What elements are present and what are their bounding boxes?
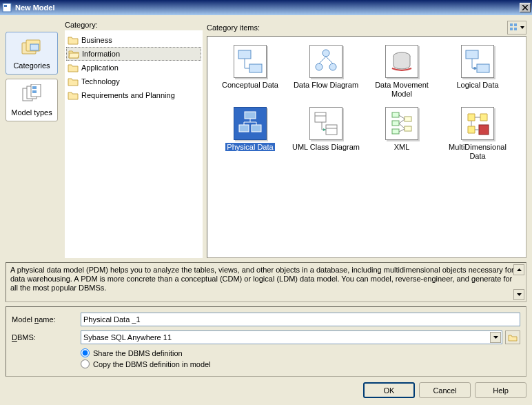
svg-rect-15 xyxy=(514,28,517,30)
dbms-dropdown-button[interactable] xyxy=(490,332,501,343)
dbms-label: DBMS: xyxy=(12,333,81,342)
svg-rect-36 xyxy=(405,126,411,131)
svg-rect-17 xyxy=(249,64,262,72)
close-button[interactable] xyxy=(520,3,531,12)
left-nav: Categories Model types xyxy=(6,21,61,258)
item-xml[interactable]: XML xyxy=(366,106,438,162)
data-movement-icon xyxy=(385,45,418,78)
nav-model-types-button[interactable]: Model types xyxy=(6,79,58,121)
item-label: Logical Data xyxy=(456,81,498,99)
uml-class-icon xyxy=(309,107,342,140)
folder-icon xyxy=(68,62,79,73)
category-column: Category: Business Information Applicati… xyxy=(65,21,203,258)
svg-rect-27 xyxy=(252,125,261,132)
category-item-application[interactable]: Application xyxy=(66,61,201,75)
app-icon xyxy=(1,2,12,13)
item-uml-class[interactable]: UML Class Diagram xyxy=(290,106,362,162)
svg-rect-6 xyxy=(30,44,39,50)
cancel-button[interactable]: Cancel xyxy=(419,382,471,398)
conceptual-data-icon xyxy=(234,45,267,78)
folder-icon xyxy=(508,333,518,342)
svg-rect-10 xyxy=(32,86,37,89)
share-dbms-radio[interactable] xyxy=(81,348,90,357)
dbms-combobox[interactable]: Sybase SQL Anywhere 11 xyxy=(81,330,502,344)
grid-icon xyxy=(509,23,519,32)
dialog-buttons: OK Cancel Help xyxy=(6,381,526,399)
svg-point-19 xyxy=(316,63,323,70)
ok-button[interactable]: OK xyxy=(363,382,415,398)
category-item-label: Technology xyxy=(81,77,120,86)
category-item-business[interactable]: Business xyxy=(66,33,201,47)
category-item-requirements[interactable]: Requirements and Planning xyxy=(66,88,201,102)
item-conceptual-data[interactable]: Conceptual Data xyxy=(214,43,286,100)
svg-rect-34 xyxy=(392,129,399,134)
items-column: Category items: Conceptual Data Data Flo… xyxy=(207,21,526,258)
svg-rect-14 xyxy=(510,28,513,30)
chevron-up-icon xyxy=(517,268,522,271)
item-label: Conceptual Data xyxy=(222,81,278,99)
category-label: Category: xyxy=(65,21,203,29)
category-item-label: Application xyxy=(81,63,119,72)
svg-rect-37 xyxy=(479,125,489,135)
svg-rect-35 xyxy=(405,117,411,121)
help-button[interactable]: Help xyxy=(475,382,526,398)
category-tree[interactable]: Business Information Application Technol… xyxy=(65,30,203,258)
category-item-label: Business xyxy=(81,36,112,44)
scroll-down-button[interactable] xyxy=(513,289,524,300)
svg-rect-30 xyxy=(326,125,337,135)
item-label: XML xyxy=(394,143,410,161)
item-label: UML Class Diagram xyxy=(292,143,360,161)
item-label: Physical Data xyxy=(225,143,274,161)
model-form: Model name: DBMS: Sybase SQL Anywhere 11… xyxy=(6,306,526,377)
folder-icon xyxy=(68,76,79,87)
scroll-up-button[interactable] xyxy=(513,264,524,275)
nav-model-types-label: Model types xyxy=(11,108,52,117)
multidimensional-icon xyxy=(461,107,494,140)
item-multidimensional[interactable]: MultiDimensional Data xyxy=(442,106,513,162)
copy-dbms-radio[interactable] xyxy=(81,359,90,368)
category-item-technology[interactable]: Technology xyxy=(66,75,201,88)
item-data-movement[interactable]: Data Movement Model xyxy=(366,43,438,100)
svg-rect-26 xyxy=(239,125,249,132)
model-types-icon xyxy=(21,84,43,106)
svg-rect-0 xyxy=(3,3,11,12)
item-physical-data[interactable]: Physical Data xyxy=(214,106,286,162)
logical-data-icon xyxy=(461,45,494,78)
nav-categories-label: Categories xyxy=(13,61,50,70)
model-name-input[interactable] xyxy=(81,313,520,326)
share-dbms-label: Share the DBMS definition xyxy=(93,349,183,357)
physical-data-icon xyxy=(234,107,267,140)
data-flow-icon xyxy=(309,45,342,78)
svg-point-24 xyxy=(473,67,476,70)
folder-icon xyxy=(68,90,79,101)
category-item-label: Information xyxy=(82,50,120,58)
view-mode-button[interactable] xyxy=(507,21,526,34)
nav-categories-button[interactable]: Categories xyxy=(6,32,58,75)
categories-icon xyxy=(21,37,43,59)
item-label: Data Flow Diagram xyxy=(294,81,358,99)
item-label: MultiDimensional Data xyxy=(443,143,512,161)
svg-point-18 xyxy=(323,50,329,57)
titlebar: New Model xyxy=(0,0,532,15)
svg-rect-32 xyxy=(392,112,399,117)
svg-rect-28 xyxy=(315,112,326,122)
item-logical-data[interactable]: Logical Data xyxy=(442,43,513,100)
description-text: A physical data model (PDM) helps you to… xyxy=(10,266,514,292)
items-listbox[interactable]: Conceptual Data Data Flow Diagram Data M… xyxy=(207,36,526,258)
svg-rect-33 xyxy=(392,121,399,126)
category-item-information[interactable]: Information xyxy=(66,47,201,61)
chevron-down-icon xyxy=(517,293,522,296)
model-name-label: Model name: xyxy=(12,315,81,324)
svg-rect-22 xyxy=(466,50,478,59)
items-label: Category items: xyxy=(207,23,507,32)
item-label: Data Movement Model xyxy=(367,81,436,99)
svg-rect-23 xyxy=(477,64,489,72)
category-item-label: Requirements and Planning xyxy=(81,91,175,99)
folder-open-icon xyxy=(68,48,79,59)
item-data-flow[interactable]: Data Flow Diagram xyxy=(290,43,362,100)
svg-rect-13 xyxy=(514,23,517,26)
xml-icon xyxy=(385,107,418,140)
svg-rect-25 xyxy=(245,112,256,119)
dbms-browse-button[interactable] xyxy=(505,330,520,344)
svg-rect-16 xyxy=(238,50,251,59)
